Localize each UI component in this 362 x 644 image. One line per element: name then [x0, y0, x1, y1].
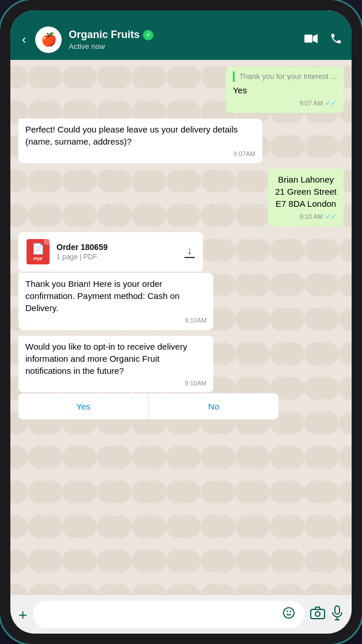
message-meta: 9:10AM: [25, 379, 206, 388]
message-text: Would you like to opt-in to receive deli…: [25, 340, 206, 377]
header-icons: [304, 32, 342, 48]
contact-name-row: Organic Fruits ✓: [69, 29, 297, 41]
message-text: Brian Lahoney21 Green StreetE7 8DA Londo…: [275, 173, 337, 210]
svg-point-2: [284, 608, 294, 618]
chat-body: Thank you for your interest ... Yes 9:07…: [10, 60, 352, 595]
emoji-button[interactable]: [282, 607, 295, 622]
pdf-download-button[interactable]: ↓: [184, 245, 195, 258]
message-time: 9:10AM: [184, 316, 206, 325]
quick-reply-no[interactable]: No: [149, 393, 278, 419]
message-row: Perfect! Could you please leave us your …: [18, 119, 344, 163]
pdf-info: Order 180659 1 page | PDF: [56, 243, 178, 261]
message-bubble-received: Perfect! Could you please leave us your …: [18, 119, 262, 163]
pdf-subtitle: 1 page | PDF: [56, 253, 178, 261]
message-meta: 9:10AM: [25, 316, 206, 325]
attach-button[interactable]: +: [18, 607, 27, 622]
video-call-button[interactable]: [304, 33, 318, 47]
read-receipts: ✓✓: [325, 212, 337, 222]
quick-reply-yes[interactable]: Yes: [18, 393, 149, 419]
message-row: Thank you for your interest ... Yes 9:07…: [18, 67, 344, 113]
message-time: 9:07AM: [233, 150, 255, 158]
pdf-header: 📄 PDF Order 180659 1 page | PDF ↓: [18, 232, 203, 272]
message-text: Yes: [233, 84, 337, 96]
download-arrow-icon: ↓: [187, 245, 193, 256]
message-row: 📄 PDF Order 180659 1 page | PDF ↓: [18, 232, 344, 329]
pdf-title: Order 180659: [56, 243, 178, 252]
contact-name: Organic Fruits: [69, 29, 139, 41]
svg-rect-7: [335, 606, 340, 614]
svg-rect-0: [304, 35, 312, 43]
message-text: Thank you Brian! Here is your order conf…: [25, 278, 206, 314]
message-bubble-sent: Brian Lahoney21 Green StreetE7 8DA Londo…: [268, 169, 344, 226]
contact-status: Active now: [69, 42, 297, 51]
phone-frame: ‹ 🍎 Organic Fruits ✓ Active now: [0, 0, 362, 644]
message-row: Brian Lahoney21 Green StreetE7 8DA Londo…: [18, 169, 344, 226]
verified-badge: ✓: [143, 30, 153, 40]
back-button[interactable]: ‹: [20, 30, 28, 50]
message-text: Perfect! Could you please leave us your …: [25, 123, 255, 147]
message-bubble-received: Thank you Brian! Here is your order conf…: [18, 273, 213, 329]
message-time: 9:07 AM: [300, 99, 323, 108]
message-meta: 9:07 AM ✓✓: [233, 99, 337, 108]
quoted-text: Thank you for your interest ...: [233, 71, 337, 82]
mic-button[interactable]: [331, 605, 344, 624]
input-bar: +: [10, 595, 352, 634]
avatar: 🍎: [35, 26, 62, 53]
message-meta: 9:07AM: [25, 150, 255, 158]
header-info: Organic Fruits ✓ Active now: [69, 29, 297, 51]
message-meta: 9:10 AM ✓✓: [275, 212, 337, 222]
message-time: 9:10 AM: [300, 213, 323, 221]
message-time: 9:10AM: [184, 379, 206, 388]
svg-marker-1: [313, 34, 318, 43]
message-input[interactable]: [42, 609, 278, 619]
download-line-icon: [184, 257, 195, 258]
message-row: Would you like to opt-in to receive deli…: [18, 336, 344, 419]
pdf-attachment[interactable]: 📄 PDF Order 180659 1 page | PDF ↓: [18, 232, 203, 272]
read-receipts: ✓✓: [325, 99, 337, 108]
camera-button[interactable]: [310, 607, 325, 623]
svg-rect-5: [311, 609, 325, 619]
chat-header: ‹ 🍎 Organic Fruits ✓ Active now: [10, 10, 352, 60]
quick-replies-container: Yes No: [18, 393, 278, 419]
message-input-wrap: [33, 601, 304, 628]
message-bubble-sent: Thank you for your interest ... Yes 9:07…: [226, 67, 344, 113]
message-bubble-received: Would you like to opt-in to receive deli…: [18, 336, 213, 392]
phone-call-button[interactable]: [330, 32, 342, 48]
phone-inner: ‹ 🍎 Organic Fruits ✓ Active now: [10, 10, 352, 634]
svg-point-6: [315, 612, 320, 616]
pdf-file-icon: 📄 PDF: [27, 239, 50, 264]
